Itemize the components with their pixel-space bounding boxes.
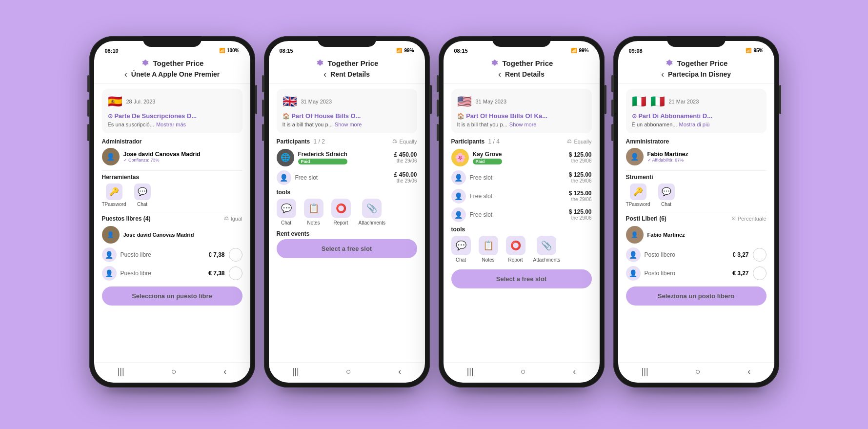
phone-2: 08:15 📶 99% Together Price [264, 36, 430, 388]
slots-label-4: Posti Liberi (6) [626, 215, 666, 222]
free-slot-icon-4-1: 👤 [626, 266, 641, 281]
flag-date-row-2: 🇬🇧 31 May 2023 [283, 95, 411, 108]
split-type-2: ⚖ Equally [392, 138, 417, 144]
free-slot-amount-wrap-2-0: £ 450.00 the 29/06 [394, 171, 417, 184]
tool-icon-report-2: ⭕ [331, 199, 351, 218]
tool-icon-attach-2: 📎 [362, 199, 382, 218]
show-more-2[interactable]: Show more [335, 122, 362, 127]
show-more-3[interactable]: Show more [509, 122, 537, 127]
tool-attach-3[interactable]: 📎 Attachments [533, 236, 561, 263]
slot-checkbox-1-0[interactable] [229, 248, 242, 262]
tool-label-chat-3: Chat [456, 257, 466, 263]
notch-2 [318, 36, 376, 47]
tool-report-3[interactable]: ⭕ Report [506, 236, 525, 263]
free-slot-3-1: 👤 Free slot $ 125.00 the 29/06 [451, 189, 592, 204]
app-title-row-3: Together Price [490, 59, 553, 68]
back-arrow-3[interactable]: ‹ [498, 69, 501, 80]
back-arrow-1[interactable]: ‹ [124, 69, 127, 80]
bottom-nav-back-1[interactable]: ‹ [223, 367, 226, 377]
service-name-1: ⊙ Parte De Suscripciones D... [108, 112, 237, 120]
tool-notes-2[interactable]: 📋 Notes [304, 199, 323, 225]
shadow-2 [279, 386, 415, 393]
bottom-nav-menu-2[interactable]: ||| [292, 367, 299, 377]
tool-chat-2[interactable]: 💬 Chat [277, 199, 296, 225]
slot-checkbox-4-0[interactable] [753, 248, 767, 262]
tool-attach-2[interactable]: 📎 Attachments [359, 199, 386, 225]
free-slot-2-0: 👤 Free slot £ 450.00 the 29/06 [277, 170, 417, 185]
tool-item-password-1[interactable]: 🔑 TPassword [102, 184, 126, 207]
admin-person-4: 👤 Fabio Martinez ✓ Affidabilità: 67% [626, 148, 767, 165]
free-slot-due-2-0: the 29/06 [394, 178, 417, 184]
free-slot-label-3-1: Free slot [470, 193, 493, 200]
tools-label-1: Herramientas [102, 174, 242, 181]
admin-avatar-1: 👤 [102, 148, 120, 165]
show-more-4[interactable]: Mostra di più [679, 122, 709, 127]
select-btn-3[interactable]: Select a free slot [451, 269, 592, 288]
bottom-nav-back-4[interactable]: ‹ [747, 367, 750, 377]
signal-2: 📶 [396, 48, 402, 53]
due-date-3-0: the 29/06 [569, 158, 592, 163]
phone-1-wrapper: 08:10 📶 100% Together Price [89, 36, 255, 393]
participant-name-2-0: Frederick Sdraich [298, 151, 347, 158]
tool-item-chat-4[interactable]: 💬 Chat [658, 184, 675, 207]
free-slot-label-4-1: Posto libero [645, 270, 675, 277]
tools-section-2: tools 💬 Chat 📋 Notes ⭕ [277, 189, 417, 225]
bottom-nav-menu-4[interactable]: ||| [642, 367, 648, 377]
bottom-nav-home-2[interactable]: ○ [346, 367, 351, 377]
back-arrow-4[interactable]: ‹ [661, 69, 664, 80]
tool-icon-chat-4: 💬 [658, 184, 675, 200]
tool-label-password-4: TPassword [626, 202, 650, 207]
select-btn-4[interactable]: Seleziona un posto libero [626, 286, 767, 306]
bottom-nav-menu-1[interactable]: ||| [118, 367, 124, 377]
bottom-nav-home-3[interactable]: ○ [521, 367, 526, 377]
screen-3: 08:15 📶 99% Together Price [444, 41, 600, 383]
tool-label-report-2: Report [333, 220, 348, 225]
tools-grid-3: 💬 Chat 📋 Notes ⭕ Report [451, 236, 592, 263]
slots-header-4: Posti Liberi (6) ⊙ Percentuale [626, 215, 767, 222]
amount-text-2-0: £ 450.00 [394, 151, 417, 158]
tool-label-password-1: TPassword [102, 202, 126, 207]
free-slot-label-4-0: Posto libero [645, 251, 675, 258]
tool-label-chat-2: Chat [281, 220, 291, 225]
select-btn-1[interactable]: Selecciona un puesto libre [102, 286, 242, 306]
bottom-nav-back-3[interactable]: ‹ [573, 367, 576, 377]
bottom-nav-2: ||| ○ ‹ [269, 362, 425, 383]
tool-report-2[interactable]: ⭕ Report [331, 199, 351, 225]
free-slot-amount-3-2: $ 125.00 [569, 208, 592, 215]
show-more-1[interactable]: Mostrar más [156, 122, 186, 127]
date-3: 31 May 2023 [476, 99, 507, 104]
tool-chat-3[interactable]: 💬 Chat [451, 236, 471, 263]
tool-item-chat-1[interactable]: 💬 Chat [134, 184, 151, 207]
tool-icon-chat-1: 💬 [134, 184, 151, 200]
admin-label-4: Amministratore [626, 138, 767, 145]
participant-name-3-0: Kay Grove [473, 151, 502, 158]
trust-badge-4: ✓ Affidabilità: 67% [647, 158, 688, 163]
back-arrow-2[interactable]: ‹ [323, 69, 326, 80]
bottom-nav-menu-3[interactable]: ||| [467, 367, 474, 377]
due-date-2-0: the 29/06 [394, 158, 417, 163]
tool-item-password-4[interactable]: 🔑 TPassword [626, 184, 650, 207]
flag-4b: 🇮🇹 [650, 95, 665, 108]
slot-checkbox-4-1[interactable] [753, 266, 767, 280]
participant-info-3-0: Kay Grove Paid [473, 151, 502, 164]
flag-2: 🇬🇧 [283, 95, 297, 108]
select-btn-2[interactable]: Select a free slot [277, 239, 417, 258]
bottom-nav-home-4[interactable]: ○ [695, 367, 701, 377]
tool-label-attach-2: Attachments [359, 220, 386, 225]
free-slot-row-4-0: 👤 Posto libero € 3,27 [626, 247, 767, 262]
bottom-nav-home-1[interactable]: ○ [171, 367, 177, 377]
tool-notes-3[interactable]: 📋 Notes [479, 236, 498, 263]
time-4: 09:08 [629, 48, 643, 54]
admin-person-1: 👤 Jose david Canovas Madrid ✓ Confianza:… [102, 148, 242, 165]
slot-checkbox-1-1[interactable] [229, 266, 242, 280]
free-slots-section-4: Posti Liberi (6) ⊙ Percentuale 👤 Fabio M… [626, 215, 767, 281]
phones-container: 08:10 📶 100% Together Price [89, 36, 779, 393]
admin-slot-avatar-1: 👤 [102, 226, 120, 244]
signal-1: 📶 [219, 48, 225, 53]
battery-1: 100% [227, 48, 240, 53]
app-logo-3 [490, 59, 500, 68]
amount-text-3-0: $ 125.00 [569, 151, 592, 158]
bottom-nav-back-2[interactable]: ‹ [398, 367, 401, 377]
free-slot-3-0: 👤 Free slot $ 125.00 the 29/06 [451, 170, 592, 185]
app-logo-2 [315, 59, 325, 68]
